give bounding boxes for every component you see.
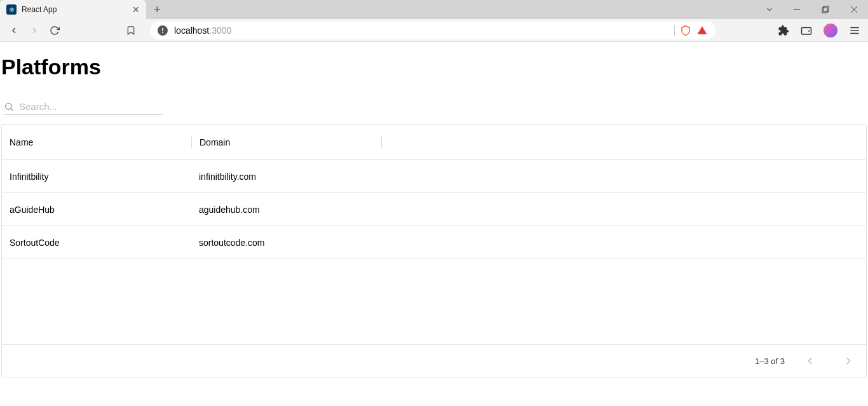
column-divider xyxy=(381,136,382,149)
tab-bar: ⚛ React App ✕ + xyxy=(0,0,168,19)
address-bar[interactable]: ! localhost:3000 xyxy=(150,22,715,39)
svg-rect-1 xyxy=(822,8,827,13)
maximize-button[interactable] xyxy=(811,0,839,19)
svg-point-10 xyxy=(6,103,11,109)
page-title: Platforms xyxy=(0,55,868,79)
url-host: localhost xyxy=(174,25,209,36)
column-header-domain[interactable]: Domain xyxy=(192,137,381,147)
pagination-label: 1–3 of 3 xyxy=(755,356,785,366)
cell-name: aGuideHub xyxy=(2,205,191,215)
search-field[interactable] xyxy=(4,98,163,115)
table-footer: 1–3 of 3 xyxy=(2,345,866,377)
column-header-name[interactable]: Name xyxy=(2,137,191,147)
chevron-down-icon[interactable] xyxy=(757,5,782,14)
new-tab-button[interactable]: + xyxy=(146,3,168,17)
brave-rewards-icon[interactable] xyxy=(696,25,708,36)
site-info-icon[interactable]: ! xyxy=(158,25,168,36)
search-input[interactable] xyxy=(19,101,163,112)
address-bar-end xyxy=(674,25,708,36)
back-button[interactable] xyxy=(8,24,20,37)
reload-button[interactable] xyxy=(48,24,61,37)
wallet-icon[interactable] xyxy=(801,25,812,36)
browser-toolbar: ! localhost:3000 xyxy=(0,19,868,42)
brave-shield-icon[interactable] xyxy=(680,25,691,36)
next-page-button[interactable] xyxy=(836,348,861,374)
table-empty-area xyxy=(2,259,866,345)
browser-tab-strip: ⚛ React App ✕ + xyxy=(0,0,868,19)
url-port: :3000 xyxy=(209,25,231,36)
cell-domain: sortoutcode.com xyxy=(191,238,381,248)
toolbar-right xyxy=(778,24,860,37)
table-row[interactable]: SortoutCode sortoutcode.com xyxy=(2,226,866,259)
profile-avatar[interactable] xyxy=(824,24,837,37)
cell-domain: aguidehub.com xyxy=(191,205,381,215)
prev-page-button[interactable] xyxy=(797,348,823,374)
url-text: localhost:3000 xyxy=(174,25,231,36)
svg-rect-2 xyxy=(824,6,829,11)
table-header: Name Domain xyxy=(2,125,866,160)
window-controls xyxy=(757,0,868,19)
svg-line-11 xyxy=(11,109,13,111)
close-tab-icon[interactable]: ✕ xyxy=(132,4,140,15)
react-favicon: ⚛ xyxy=(6,4,17,15)
extensions-icon[interactable] xyxy=(778,25,789,36)
minimize-button[interactable] xyxy=(782,0,811,19)
page-content: Platforms Name Domain Infinitbility infi… xyxy=(0,42,868,377)
close-window-button[interactable] xyxy=(839,0,868,19)
data-table: Name Domain Infinitbility infinitbility.… xyxy=(1,124,867,377)
menu-icon[interactable] xyxy=(849,25,860,36)
table-row[interactable]: aGuideHub aguidehub.com xyxy=(2,193,866,226)
bookmark-button[interactable] xyxy=(126,25,136,36)
svg-marker-5 xyxy=(698,26,707,34)
cell-name: SortoutCode xyxy=(2,238,191,248)
cell-domain: infinitbility.com xyxy=(191,172,381,182)
cell-name: Infinitbility xyxy=(2,172,191,182)
tab-title: React App xyxy=(22,5,127,14)
table-row[interactable]: Infinitbility infinitbility.com xyxy=(2,160,866,193)
forward-button[interactable] xyxy=(28,24,41,37)
separator xyxy=(674,25,675,36)
browser-tab[interactable]: ⚛ React App ✕ xyxy=(0,0,146,19)
search-icon xyxy=(4,102,14,112)
